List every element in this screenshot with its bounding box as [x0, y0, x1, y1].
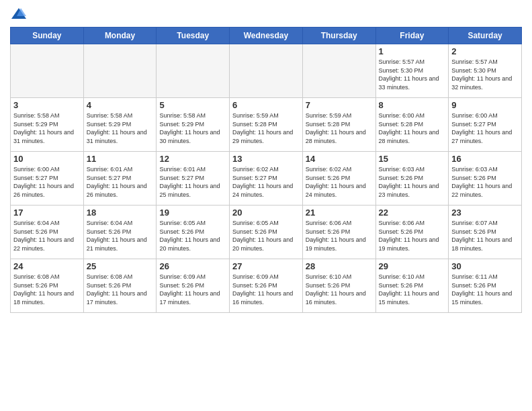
- calendar-week-row: 10Sunrise: 6:00 AMSunset: 5:27 PMDayligh…: [11, 152, 522, 205]
- day-number: 25: [87, 261, 154, 271]
- calendar-cell: 26Sunrise: 6:09 AMSunset: 5:26 PMDayligh…: [157, 259, 230, 313]
- calendar-cell: 9Sunrise: 6:00 AMSunset: 5:27 PMDaylight…: [449, 98, 522, 152]
- day-number: 19: [159, 208, 226, 218]
- day-number: 8: [379, 100, 446, 110]
- day-info: Sunrise: 5:57 AMSunset: 5:30 PMDaylight:…: [451, 58, 519, 91]
- day-info: Sunrise: 6:05 AMSunset: 5:26 PMDaylight:…: [232, 219, 300, 253]
- day-number: 15: [379, 154, 446, 164]
- day-number: 7: [306, 100, 373, 110]
- day-info: Sunrise: 6:04 AMSunset: 5:26 PMDaylight:…: [87, 219, 154, 253]
- day-number: 28: [306, 261, 373, 271]
- day-number: 23: [451, 208, 519, 218]
- calendar-cell: 10Sunrise: 6:00 AMSunset: 5:27 PMDayligh…: [11, 152, 84, 205]
- day-info: Sunrise: 6:02 AMSunset: 5:27 PMDaylight:…: [232, 165, 300, 199]
- day-number: 10: [13, 154, 81, 164]
- day-info: Sunrise: 6:05 AMSunset: 5:26 PMDaylight:…: [159, 219, 226, 253]
- calendar-cell: 25Sunrise: 6:08 AMSunset: 5:26 PMDayligh…: [83, 259, 157, 313]
- calendar-cell: [230, 44, 303, 98]
- calendar-week-row: 3Sunrise: 5:58 AMSunset: 5:29 PMDaylight…: [11, 98, 522, 152]
- calendar-cell: 19Sunrise: 6:05 AMSunset: 5:26 PMDayligh…: [157, 205, 230, 259]
- calendar-week-row: 24Sunrise: 6:08 AMSunset: 5:26 PMDayligh…: [11, 259, 522, 313]
- day-info: Sunrise: 6:11 AMSunset: 5:26 PMDaylight:…: [451, 273, 519, 306]
- day-number: 26: [159, 261, 226, 271]
- day-number: 2: [451, 46, 519, 56]
- calendar-cell: [83, 44, 157, 98]
- day-info: Sunrise: 6:00 AMSunset: 5:27 PMDaylight:…: [451, 111, 519, 145]
- day-info: Sunrise: 6:10 AMSunset: 5:26 PMDaylight:…: [379, 273, 446, 306]
- day-info: Sunrise: 6:01 AMSunset: 5:27 PMDaylight:…: [159, 165, 226, 199]
- day-info: Sunrise: 5:57 AMSunset: 5:30 PMDaylight:…: [379, 58, 446, 91]
- calendar-cell: 12Sunrise: 6:01 AMSunset: 5:27 PMDayligh…: [157, 152, 230, 205]
- calendar-cell: 27Sunrise: 6:09 AMSunset: 5:26 PMDayligh…: [230, 259, 303, 313]
- calendar-cell: [157, 44, 230, 98]
- day-number: 4: [87, 100, 154, 110]
- day-info: Sunrise: 5:59 AMSunset: 5:28 PMDaylight:…: [232, 111, 300, 145]
- day-info: Sunrise: 6:09 AMSunset: 5:26 PMDaylight:…: [159, 273, 226, 306]
- day-info: Sunrise: 6:01 AMSunset: 5:27 PMDaylight:…: [87, 165, 154, 199]
- calendar-cell: 30Sunrise: 6:11 AMSunset: 5:26 PMDayligh…: [449, 259, 522, 313]
- calendar-cell: 16Sunrise: 6:03 AMSunset: 5:26 PMDayligh…: [449, 152, 522, 205]
- calendar-cell: 22Sunrise: 6:06 AMSunset: 5:26 PMDayligh…: [375, 205, 449, 259]
- logo: [10, 7, 26, 21]
- day-number: 11: [87, 154, 154, 164]
- day-info: Sunrise: 5:59 AMSunset: 5:28 PMDaylight:…: [306, 111, 373, 145]
- day-info: Sunrise: 6:00 AMSunset: 5:27 PMDaylight:…: [13, 165, 81, 199]
- day-info: Sunrise: 6:07 AMSunset: 5:26 PMDaylight:…: [451, 219, 519, 253]
- calendar-cell: 17Sunrise: 6:04 AMSunset: 5:26 PMDayligh…: [11, 205, 84, 259]
- day-info: Sunrise: 6:04 AMSunset: 5:26 PMDaylight:…: [13, 219, 81, 253]
- day-info: Sunrise: 6:08 AMSunset: 5:26 PMDaylight:…: [87, 273, 154, 306]
- day-number: 5: [159, 100, 226, 110]
- calendar-cell: 20Sunrise: 6:05 AMSunset: 5:26 PMDayligh…: [230, 205, 303, 259]
- calendar-cell: 18Sunrise: 6:04 AMSunset: 5:26 PMDayligh…: [83, 205, 157, 259]
- weekday-header-friday: Friday: [375, 28, 449, 44]
- day-info: Sunrise: 5:58 AMSunset: 5:29 PMDaylight:…: [13, 111, 81, 145]
- day-number: 29: [379, 261, 446, 271]
- day-number: 14: [306, 154, 373, 164]
- day-number: 1: [379, 46, 446, 56]
- calendar-cell: 2Sunrise: 5:57 AMSunset: 5:30 PMDaylight…: [449, 44, 522, 98]
- day-number: 3: [13, 100, 81, 110]
- day-number: 17: [13, 208, 81, 218]
- header: [10, 7, 522, 21]
- day-number: 27: [232, 261, 300, 271]
- day-info: Sunrise: 6:08 AMSunset: 5:26 PMDaylight:…: [13, 273, 81, 306]
- calendar-cell: 4Sunrise: 5:58 AMSunset: 5:29 PMDaylight…: [83, 98, 157, 152]
- day-number: 16: [451, 154, 519, 164]
- calendar-cell: 11Sunrise: 6:01 AMSunset: 5:27 PMDayligh…: [83, 152, 157, 205]
- weekday-header-wednesday: Wednesday: [230, 28, 303, 44]
- calendar-cell: 29Sunrise: 6:10 AMSunset: 5:26 PMDayligh…: [375, 259, 449, 313]
- calendar-cell: 1Sunrise: 5:57 AMSunset: 5:30 PMDaylight…: [375, 44, 449, 98]
- calendar-cell: 13Sunrise: 6:02 AMSunset: 5:27 PMDayligh…: [230, 152, 303, 205]
- calendar-cell: 24Sunrise: 6:08 AMSunset: 5:26 PMDayligh…: [11, 259, 84, 313]
- calendar-cell: 7Sunrise: 5:59 AMSunset: 5:28 PMDaylight…: [302, 98, 375, 152]
- weekday-header-thursday: Thursday: [302, 28, 375, 44]
- day-number: 24: [13, 261, 81, 271]
- day-number: 18: [87, 208, 154, 218]
- calendar-cell: [302, 44, 375, 98]
- day-number: 13: [232, 154, 300, 164]
- calendar-cell: [11, 44, 84, 98]
- weekday-header-row: SundayMondayTuesdayWednesdayThursdayFrid…: [11, 28, 522, 44]
- calendar-cell: 14Sunrise: 6:02 AMSunset: 5:26 PMDayligh…: [302, 152, 375, 205]
- calendar-cell: 21Sunrise: 6:06 AMSunset: 5:26 PMDayligh…: [302, 205, 375, 259]
- calendar-cell: 3Sunrise: 5:58 AMSunset: 5:29 PMDaylight…: [11, 98, 84, 152]
- logo-icon: [11, 7, 26, 21]
- day-number: 22: [379, 208, 446, 218]
- day-number: 6: [232, 100, 300, 110]
- day-number: 30: [451, 261, 519, 271]
- day-info: Sunrise: 6:09 AMSunset: 5:26 PMDaylight:…: [232, 273, 300, 306]
- calendar: SundayMondayTuesdayWednesdayThursdayFrid…: [10, 27, 522, 313]
- weekday-header-sunday: Sunday: [11, 28, 84, 44]
- day-number: 9: [451, 100, 519, 110]
- day-info: Sunrise: 5:58 AMSunset: 5:29 PMDaylight:…: [87, 111, 154, 145]
- day-info: Sunrise: 6:03 AMSunset: 5:26 PMDaylight:…: [451, 165, 519, 199]
- page: SundayMondayTuesdayWednesdayThursdayFrid…: [0, 0, 532, 411]
- weekday-header-saturday: Saturday: [449, 28, 522, 44]
- calendar-cell: 8Sunrise: 6:00 AMSunset: 5:28 PMDaylight…: [375, 98, 449, 152]
- day-number: 20: [232, 208, 300, 218]
- day-info: Sunrise: 6:03 AMSunset: 5:26 PMDaylight:…: [379, 165, 446, 199]
- day-info: Sunrise: 6:00 AMSunset: 5:28 PMDaylight:…: [379, 111, 446, 145]
- calendar-cell: 15Sunrise: 6:03 AMSunset: 5:26 PMDayligh…: [375, 152, 449, 205]
- calendar-cell: 5Sunrise: 5:58 AMSunset: 5:29 PMDaylight…: [157, 98, 230, 152]
- weekday-header-tuesday: Tuesday: [157, 28, 230, 44]
